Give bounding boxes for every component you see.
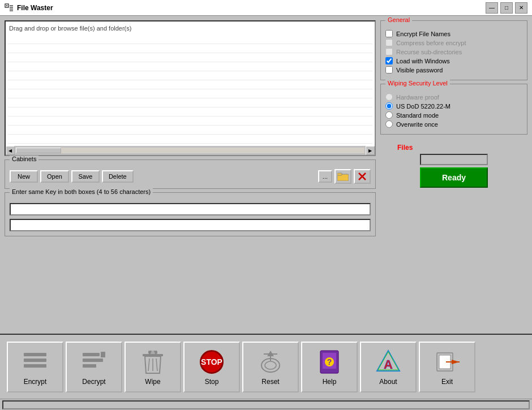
visible-password-row: Visible password xyxy=(385,66,522,74)
visible-password-label: Visible password xyxy=(396,67,443,74)
hardware-radio[interactable] xyxy=(385,93,393,101)
encrypt-label: Encrypt xyxy=(24,378,47,386)
new-button[interactable]: New xyxy=(10,170,38,183)
about-icon: A A xyxy=(375,348,402,376)
cabinets-group: Cabinets New Open Save Delete ... xyxy=(5,159,376,189)
minimize-button[interactable]: — xyxy=(486,2,498,14)
recurse-checkbox[interactable] xyxy=(385,48,393,55)
encrypt-names-row: Encrypt File Names xyxy=(385,30,522,37)
cabinets-label: Cabinets xyxy=(10,156,38,162)
help-icon: ? xyxy=(316,348,343,376)
scroll-track[interactable] xyxy=(16,148,364,153)
wipe-label: Wipe xyxy=(145,378,160,386)
hardware-row: Hardware proof xyxy=(385,93,522,101)
encrypt-names-checkbox[interactable] xyxy=(385,30,393,37)
general-group: General Encrypt File Names Compress befo… xyxy=(380,20,527,80)
app-icon xyxy=(5,3,14,12)
file-list-line xyxy=(8,107,372,116)
wipe-icon xyxy=(139,348,166,376)
files-section: Files Ready xyxy=(380,144,527,188)
browse-button[interactable]: ... xyxy=(318,170,332,183)
visible-password-checkbox[interactable] xyxy=(385,66,393,74)
statusbar-field xyxy=(2,400,530,409)
recurse-row: Recurse sub-directories xyxy=(385,48,522,55)
exit-button[interactable]: Exit xyxy=(419,342,475,392)
right-panel: General Encrypt File Names Compress befo… xyxy=(380,20,527,329)
file-list-line xyxy=(8,98,372,107)
password-group: Enter same Key in both boxes (4 to 56 ch… xyxy=(5,192,376,236)
load-windows-row: Load with Windows xyxy=(385,57,522,64)
recurse-label: Recurse sub-directories xyxy=(396,49,462,55)
app-title: File Waster xyxy=(17,4,486,12)
password-input-2[interactable] xyxy=(10,219,371,231)
svg-rect-16 xyxy=(101,352,105,357)
stop-button[interactable]: STOP Stop xyxy=(183,342,240,392)
scroll-left-arrow[interactable]: ◀ xyxy=(6,146,15,155)
overwrite-label: Overwrite once xyxy=(396,121,438,128)
svg-rect-10 xyxy=(24,353,46,356)
window-controls: — □ ✕ xyxy=(486,2,527,14)
cabinets-row: New Open Save Delete ... xyxy=(10,169,371,184)
compress-checkbox[interactable] xyxy=(385,39,393,46)
maximize-button[interactable]: □ xyxy=(500,2,513,14)
stop-icon: STOP xyxy=(198,348,225,376)
standard-row: Standard mode xyxy=(385,111,522,119)
titlebar: File Waster — □ ✕ xyxy=(0,0,532,16)
file-list-line xyxy=(8,126,372,135)
toolbar: Encrypt Decrypt Wipe xyxy=(0,334,532,399)
ready-button[interactable]: Ready xyxy=(420,167,488,188)
file-list-line xyxy=(8,44,372,53)
file-list-line xyxy=(8,89,372,98)
help-button[interactable]: ? Help xyxy=(301,342,358,392)
exit-icon xyxy=(434,348,461,376)
svg-rect-12 xyxy=(24,364,46,368)
standard-label: Standard mode xyxy=(396,112,439,119)
wipe-button[interactable]: Wipe xyxy=(125,342,181,392)
file-list-area[interactable]: Drag and drop or browse file(s) and fold… xyxy=(5,20,376,156)
files-progress-bar xyxy=(420,154,488,165)
password-input-1[interactable] xyxy=(10,203,371,215)
scroll-right-arrow[interactable]: ▶ xyxy=(366,146,375,155)
about-button[interactable]: A A About xyxy=(360,342,417,392)
svg-point-23 xyxy=(265,361,276,369)
reset-icon xyxy=(257,348,284,376)
file-list-lines xyxy=(8,35,372,144)
encrypt-button[interactable]: Encrypt xyxy=(7,342,63,392)
left-panel: Drag and drop or browse file(s) and fold… xyxy=(5,20,376,329)
overwrite-radio[interactable] xyxy=(385,120,393,128)
encrypt-icon xyxy=(22,348,49,376)
dod-radio[interactable] xyxy=(385,102,393,110)
svg-rect-1 xyxy=(6,5,7,6)
svg-text:?: ? xyxy=(327,357,332,366)
svg-rect-11 xyxy=(24,359,46,362)
reset-label: Reset xyxy=(261,378,279,386)
hardware-label: Hardware proof xyxy=(396,94,439,101)
horizontal-scrollbar[interactable]: ◀ ▶ xyxy=(6,146,375,155)
svg-text:A: A xyxy=(384,357,393,372)
standard-radio[interactable] xyxy=(385,111,393,119)
decrypt-icon xyxy=(80,348,108,376)
general-label: General xyxy=(385,16,412,23)
clear-button[interactable] xyxy=(354,169,371,184)
decrypt-button[interactable]: Decrypt xyxy=(66,342,122,392)
compress-row: Compress before encrypt xyxy=(385,39,522,46)
reset-button[interactable]: Reset xyxy=(242,342,299,392)
load-windows-checkbox[interactable] xyxy=(385,57,393,64)
save-button[interactable]: Save xyxy=(71,170,100,183)
decrypt-label: Decrypt xyxy=(82,378,105,386)
help-label: Help xyxy=(323,378,337,386)
overwrite-row: Overwrite once xyxy=(385,120,522,128)
stop-circle: STOP xyxy=(200,350,224,374)
svg-line-19 xyxy=(148,359,149,371)
close-button[interactable]: ✕ xyxy=(515,2,527,14)
main-content: Drag and drop or browse file(s) and fold… xyxy=(0,16,532,334)
file-list-line xyxy=(8,53,372,62)
svg-rect-7 xyxy=(337,173,342,175)
dod-label: US DoD 5220.22-M xyxy=(396,103,451,110)
open-button[interactable]: Open xyxy=(40,170,69,183)
folder-button[interactable] xyxy=(334,169,351,184)
file-list-line xyxy=(8,35,372,44)
file-list-line xyxy=(8,80,372,89)
delete-button[interactable]: Delete xyxy=(102,170,134,183)
scroll-thumb[interactable] xyxy=(16,148,61,153)
